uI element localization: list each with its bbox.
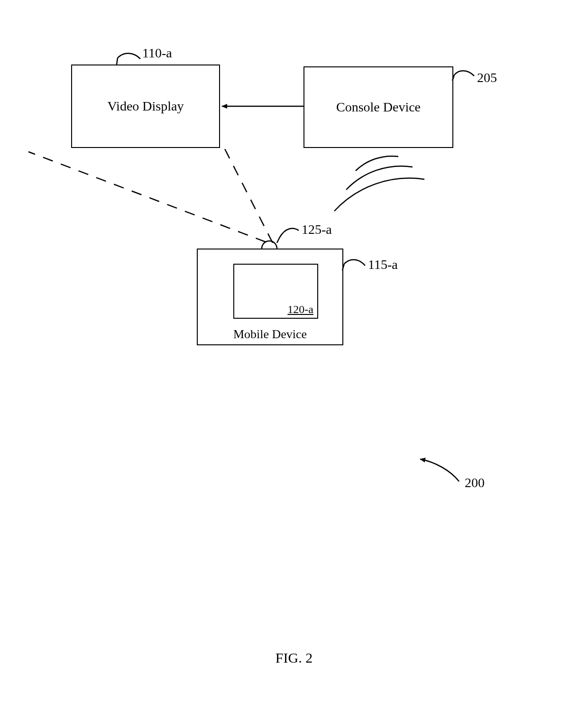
mobile-device-inner-display: 120-a bbox=[233, 264, 318, 319]
video-display-box: Video Display bbox=[71, 65, 220, 148]
svg-line-2 bbox=[224, 147, 273, 243]
svg-line-1 bbox=[28, 152, 266, 242]
svg-line-3 bbox=[117, 58, 118, 65]
console-device-label: Console Device bbox=[336, 100, 421, 115]
ref-console-device: 205 bbox=[477, 70, 497, 85]
console-device-box: Console Device bbox=[303, 66, 453, 148]
mobile-device-caption: Mobile Device bbox=[198, 327, 342, 342]
ref-camera: 125-a bbox=[302, 222, 332, 237]
ref-video-display: 110-a bbox=[142, 46, 172, 61]
svg-line-5 bbox=[277, 237, 280, 243]
ref-mobile-box: 115-a bbox=[368, 257, 398, 272]
mobile-device-inner-ref: 120-a bbox=[287, 303, 313, 316]
ref-overall: 200 bbox=[465, 475, 485, 490]
figure-caption: FIG. 2 bbox=[0, 650, 588, 666]
mobile-device-box: 120-a Mobile Device bbox=[197, 249, 343, 345]
diagram-canvas: Video Display Console Device 120-a Mobil… bbox=[0, 0, 588, 720]
video-display-label: Video Display bbox=[108, 99, 184, 114]
